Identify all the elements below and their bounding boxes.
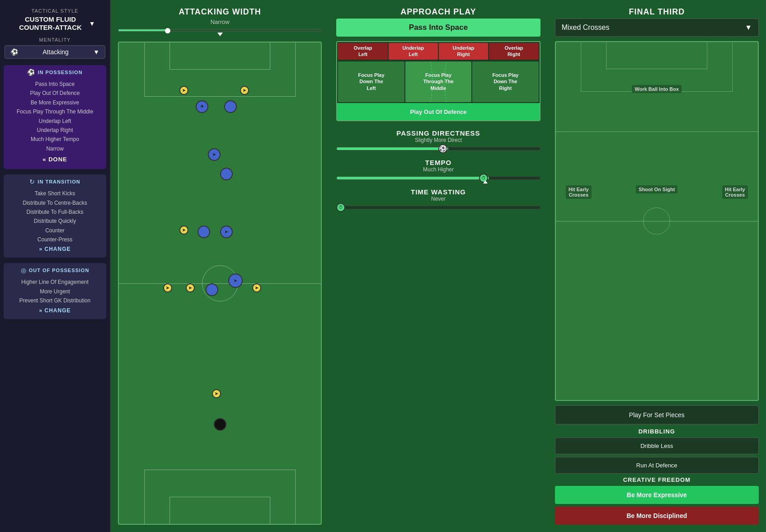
list-item: Higher Line Of Engagement — [8, 278, 102, 287]
triangle-marker — [217, 33, 223, 36]
approach-play-title: APPROACH PLAY — [400, 7, 476, 17]
tempo-slider[interactable]: ⏱ — [336, 176, 540, 180]
out-of-possession-section: ◎ OUT OF POSSESSION Higher Line Of Engag… — [4, 263, 106, 319]
focus-play-left-cell[interactable]: Focus PlayDown TheLeft — [338, 61, 404, 102]
player-arrow-icon: ➤ — [255, 286, 258, 290]
list-item: More Urgent — [8, 287, 102, 296]
slider-track — [336, 176, 540, 180]
player-arrow-icon: ➤ — [234, 278, 237, 283]
slider-fill — [337, 177, 489, 179]
player-blue — [220, 168, 233, 180]
final-third-dropdown-arrow: ▼ — [745, 24, 752, 32]
slider-triangle-marker — [483, 180, 488, 184]
time-wasting-title: TIME WASTING — [336, 188, 540, 196]
in-possession-label: IN POSSESSION — [38, 70, 82, 75]
player-arrow-icon: ➤ — [215, 391, 218, 396]
sidebar: TACTICAL STYLE CUSTOM FLUIDCOUNTER-ATTAC… — [0, 0, 111, 532]
list-item: Counter — [8, 226, 102, 235]
hit-early-crosses-left-label[interactable]: Hit EarlyCrosses — [566, 185, 592, 199]
slider-thumb[interactable] — [165, 28, 170, 33]
passing-directness-title: PASSING DIRECTNESS — [336, 129, 540, 137]
slider-thumb-watch[interactable]: ⏱ — [336, 203, 345, 212]
list-item: Narrow — [8, 144, 102, 153]
approach-play-grid: OverlapLeft UnderlapLeft UnderlapRight O… — [336, 41, 540, 121]
player-blue — [224, 100, 237, 113]
in-transition-label: IN TRANSITION — [38, 179, 80, 184]
transition-change-button[interactable]: » CHANGE — [8, 244, 102, 254]
list-item: Underlap Left — [8, 117, 102, 126]
football-pitch: ✈ ➤ ➤ ➤ ➤ — [118, 42, 322, 525]
tactical-style-dropdown-arrow[interactable]: ▼ — [89, 20, 95, 27]
work-ball-into-box-label[interactable]: Work Ball Into Box — [632, 85, 682, 93]
player-arrow-icon: ➤ — [166, 286, 169, 290]
main-content: ATTACKING WIDTH Narrow ✈ — [111, 0, 766, 532]
possession-change-button[interactable]: » CHANGE — [8, 306, 102, 315]
final-third-dropdown[interactable]: Mixed Crosses ▼ — [555, 19, 759, 37]
in-transition-header: ↻ IN TRANSITION — [8, 178, 102, 185]
mentality-icon: ⚽ — [10, 48, 18, 56]
in-possession-section: ⚽ IN POSSESSION Pass Into Space Play Out… — [4, 65, 106, 169]
focus-play-right-cell[interactable]: Focus PlayDown TheRight — [472, 61, 538, 102]
shoot-on-sight-label[interactable]: Shoot On Sight — [636, 185, 677, 193]
attacking-width-subtitle: Narrow — [211, 19, 230, 25]
time-wasting-value: Never — [336, 196, 540, 202]
underlap-left-cell[interactable]: UnderlapLeft — [389, 43, 438, 60]
time-wasting-slider[interactable]: ⏱ — [336, 206, 540, 209]
slider-fill — [118, 29, 169, 31]
be-more-expressive-button[interactable]: Be More Expressive — [555, 486, 759, 504]
done-button[interactable]: « DONE — [8, 153, 102, 165]
final-third-title: FINAL THIRD — [555, 7, 759, 17]
list-item: Counter-Press — [8, 235, 102, 244]
list-item: Pass Into Space — [8, 80, 102, 89]
final-third-pitch: Work Ball Into Box Hit EarlyCrosses Shoo… — [555, 41, 759, 401]
out-of-possession-label: OUT OF POSSESSION — [29, 268, 89, 273]
mentality-label: MENTALITY — [5, 37, 105, 42]
tactical-style-name: CUSTOM FLUIDCOUNTER-ATTACK — [14, 14, 86, 33]
mentality-dropdown[interactable]: ⚽ Attacking ▼ — [5, 45, 105, 59]
list-item: Distribute Quickly — [8, 217, 102, 226]
passing-directness-value: Slightly More Direct — [336, 137, 540, 143]
player-arrow-icon: ➤ — [182, 88, 186, 93]
passing-directness-section: PASSING DIRECTNESS Slightly More Direct … — [336, 129, 540, 217]
mentality-value: Attacking — [42, 48, 69, 56]
in-transition-section: ↻ IN TRANSITION Take Short Kicks Distrib… — [4, 174, 106, 258]
player-blue — [197, 226, 210, 238]
tempo-value: Much Higher — [336, 166, 540, 173]
slider-fill — [337, 147, 448, 150]
dribble-less-button[interactable]: Dribble Less — [555, 438, 759, 454]
player-arrow-icon: ➤ — [188, 286, 192, 290]
list-item: Focus Play Through The Middle — [8, 107, 102, 116]
focus-play-middle-cell[interactable]: Focus PlayThrough TheMiddle — [405, 61, 471, 102]
play-out-of-defence-label: Play Out Of Defence — [410, 108, 467, 115]
tactical-style-row[interactable]: CUSTOM FLUIDCOUNTER-ATTACK ▼ — [0, 14, 110, 33]
in-transition-items: Take Short Kicks Distribute To Centre-Ba… — [8, 189, 102, 244]
list-item: Much Higher Tempo — [8, 135, 102, 144]
approach-row-2: Focus PlayDown TheLeft Focus PlayThrough… — [337, 61, 539, 103]
attacking-width-title: ATTACKING WIDTH — [179, 7, 261, 17]
final-third-dropdown-value: Mixed Crosses — [562, 24, 610, 32]
in-possession-items: Pass Into Space Play Out Of Defence Be M… — [8, 80, 102, 153]
play-for-set-pieces-button[interactable]: Play For Set Pieces — [555, 405, 759, 424]
slider-thumb-ball[interactable]: ⚽ — [438, 144, 447, 153]
list-item: Prevent Short GK Distribution — [8, 296, 102, 305]
be-more-disciplined-button[interactable]: Be More Disciplined — [555, 507, 759, 525]
play-out-of-defence-cell[interactable]: Play Out Of Defence — [337, 103, 539, 120]
player-arrow-icon: ➤ — [225, 230, 228, 234]
list-item: Play Out Of Defence — [8, 89, 102, 98]
underlap-right-cell[interactable]: UnderlapRight — [439, 43, 488, 60]
in-possession-header: ⚽ IN POSSESSION — [8, 69, 102, 76]
list-item: Distribute To Full-Backs — [8, 207, 102, 217]
approach-play-panel: APPROACH PLAY Pass Into Space OverlapLef… — [329, 0, 547, 532]
pass-into-space-button[interactable]: Pass Into Space — [336, 19, 540, 37]
mentality-dropdown-arrow: ▼ — [93, 48, 99, 56]
slider-track — [336, 206, 540, 209]
dribbling-header: DRIBBLING — [555, 428, 759, 435]
overlap-right-cell[interactable]: OverlapRight — [489, 43, 538, 60]
hit-early-crosses-right-label[interactable]: Hit EarlyCrosses — [722, 185, 748, 199]
overlap-left-cell[interactable]: OverlapLeft — [338, 43, 387, 60]
attacking-width-slider[interactable] — [118, 29, 322, 37]
passing-directness-slider[interactable]: ⚽ — [336, 147, 540, 151]
run-at-defence-button[interactable]: Run At Defence — [555, 457, 759, 474]
final-third-panel: FINAL THIRD Mixed Crosses ▼ Work Ball In… — [548, 0, 766, 532]
player-arrow-icon: ✈ — [200, 104, 204, 109]
